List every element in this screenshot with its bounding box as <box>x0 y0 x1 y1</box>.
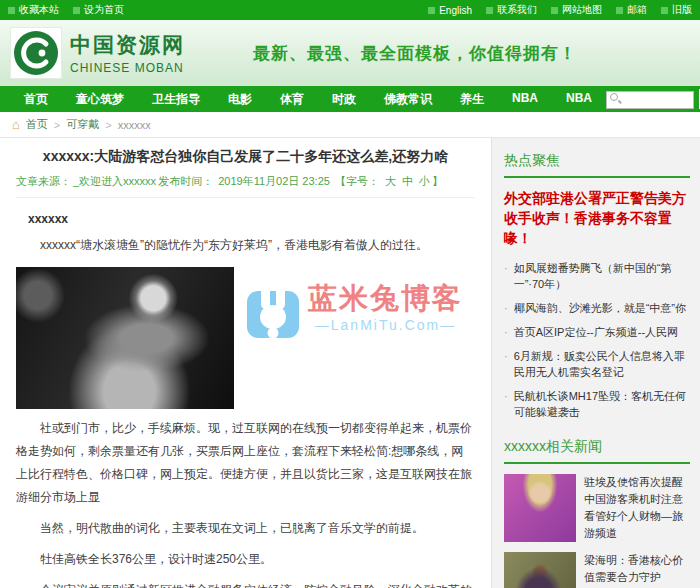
topbar-link-label: 网站地图 <box>562 3 602 17</box>
article-paragraph: 社或到门市，比少，手续麻烦。现，过互联网的在线预一切都变得单起来，机票价格走势如… <box>16 417 475 509</box>
topbar-link-label: English <box>439 5 472 16</box>
bullet-icon: · <box>504 300 508 316</box>
search-area: 搜索 <box>606 89 700 109</box>
article-paragraph: 会议审议并原则通过新区推进金融服务实体经济、防控金融风险、深化金融改革的攻坚计划… <box>16 579 475 588</box>
site-slogan: 最新、最强、最全面模板，你值得拥有！ <box>253 42 577 65</box>
meta-source-value[interactable]: _欢迎进入xxxxxx <box>73 175 156 187</box>
bullet-icon: · <box>504 260 508 292</box>
home-icon: ⌂ <box>12 118 20 131</box>
watermark-texts: 蓝米兔博客 —LanMiTu.Com— <box>308 283 463 333</box>
topbar-link-set-homepage[interactable]: 设为首页 <box>73 3 124 17</box>
site-header: 中国资源网 CHINESE MOBAN 最新、最强、最全面模板，你值得拥有！ <box>0 20 700 86</box>
nav-item-buddhism[interactable]: 佛教常识 <box>370 91 446 108</box>
site-title-block: 中国资源网 CHINESE MOBAN <box>70 31 185 75</box>
nav-item-home[interactable]: 首页 <box>10 91 62 108</box>
fontsize-small-button[interactable]: 小 <box>419 175 430 187</box>
square-bullet-icon <box>551 7 558 14</box>
hot-list: ·如凤展翅番势腾飞（新中国的“第一”·70年） ·椰风海韵、沙滩光影，就是“中意… <box>504 256 690 424</box>
square-bullet-icon <box>616 7 623 14</box>
article-meta: 文章来源：_欢迎进入xxxxxx发布时间： 2019年11月02日 23:25 … <box>16 174 475 198</box>
related-news-title: xxxxxx相关新闻 <box>504 438 690 464</box>
hot-item-text: 首页A区IP定位--广东频道--人民网 <box>514 324 678 340</box>
hot-list-item[interactable]: ·如凤展翅番势腾飞（新中国的“第一”·70年） <box>504 256 690 296</box>
main-nav: 首页 童心筑梦 卫生指导 电影 体育 时政 佛教常识 养生 NBA NBA 搜索 <box>0 86 700 112</box>
article-title: xxxxxx:大陆游客怼台独你自己发展了二十多年还这么差,还努力啥 <box>16 148 475 166</box>
topbar-right: English 联系我们 网站地图 邮箱 旧版 <box>428 3 692 17</box>
article-paragraph: xxxxxx“塘水滚塘鱼”的隐忧作为“东方好莱坞”，香港电影有着傲人的过往。 <box>16 234 475 257</box>
fontsize-medium-button[interactable]: 中 <box>402 175 413 187</box>
square-bullet-icon <box>661 7 668 14</box>
topbar-link-label: 旧版 <box>672 3 692 17</box>
breadcrumb-category[interactable]: 可穿戴 <box>66 117 99 132</box>
nav-item-health-guide[interactable]: 卫生指导 <box>138 91 214 108</box>
breadcrumb: ⌂ 首页 > 可穿戴 > xxxxxx <box>0 112 700 138</box>
meta-fontsize-close: 】 <box>432 175 443 187</box>
meta-fontsize-label: 【字号： <box>335 175 379 187</box>
topbar-link-english[interactable]: English <box>428 3 472 17</box>
topbar-link-mail[interactable]: 邮箱 <box>616 3 647 17</box>
article-lead: xxxxxx <box>28 212 475 226</box>
meta-time-label: 发布时间： <box>158 175 213 187</box>
topbar-link-label: 收藏本站 <box>19 3 59 17</box>
square-bullet-icon <box>486 7 493 14</box>
related-news-item[interactable]: 驻埃及使馆再次提醒中国游客乘机时注意看管好个人财物—旅游频道 <box>504 474 690 542</box>
related-item-text: 梁海明：香港核心价值需要合力守护 <box>584 552 690 588</box>
related-item-text: 驻埃及使馆再次提醒中国游客乘机时注意看管好个人财物—旅游频道 <box>584 474 690 542</box>
hot-item-text: 6月新规：贩卖公民个人信息将入罪民用无人机需实名登记 <box>514 348 690 380</box>
related-news-item[interactable]: 梁海明：香港核心价值需要合力守护 <box>504 552 690 588</box>
article-media: 蓝米兔博客 —LanMiTu.Com— <box>16 267 475 409</box>
logo-icon <box>13 30 59 76</box>
breadcrumb-home[interactable]: 首页 <box>26 117 48 132</box>
sidebar: 热点聚焦 外交部驻港公署严正警告美方收手收声！香港事务不容置喙！ ·如凤展翅番势… <box>492 138 700 588</box>
nav-item-childhood-dreams[interactable]: 童心筑梦 <box>62 91 138 108</box>
site-logo[interactable] <box>10 27 62 79</box>
nav-item-movies[interactable]: 电影 <box>214 91 266 108</box>
thumbnail-image[interactable] <box>504 474 576 542</box>
square-bullet-icon <box>428 7 435 14</box>
topbar-link-label: 设为首页 <box>84 3 124 17</box>
fontsize-large-button[interactable]: 大 <box>385 175 396 187</box>
hot-list-item[interactable]: ·6月新规：贩卖公民个人信息将入罪民用无人机需实名登记 <box>504 344 690 384</box>
thumbnail-image[interactable] <box>504 552 576 588</box>
hot-list-item[interactable]: ·首页A区IP定位--广东频道--人民网 <box>504 320 690 344</box>
nav-item-sports[interactable]: 体育 <box>266 91 318 108</box>
article-column: xxxxxx:大陆游客怼台独你自己发展了二十多年还这么差,还努力啥 文章来源：_… <box>0 138 492 588</box>
hot-list-item[interactable]: ·民航机长谈MH17坠毁：客机无任何可能躲避袭击 <box>504 384 690 424</box>
square-bullet-icon <box>73 7 80 14</box>
hot-item-text: 椰风海韵、沙滩光影，就是“中意”你 <box>514 300 686 316</box>
nav-list: 首页 童心筑梦 卫生指导 电影 体育 时政 佛教常识 养生 NBA NBA <box>10 91 606 108</box>
topbar-link-sitemap[interactable]: 网站地图 <box>551 3 602 17</box>
hot-list-item[interactable]: ·椰风海韵、沙滩光影，就是“中意”你 <box>504 296 690 320</box>
bullet-icon: · <box>504 348 508 380</box>
topbar: 收藏本站 设为首页 English 联系我们 网站地图 邮箱 旧版 <box>0 0 700 20</box>
nav-item-nba-2[interactable]: NBA <box>552 91 606 108</box>
article-paragraph: 牡佳高铁全长376公里，设计时速250公里。 <box>16 548 475 571</box>
topbar-left: 收藏本站 设为首页 <box>8 3 124 17</box>
hot-focus-section: 热点聚焦 外交部驻港公署严正警告美方收手收声！香港事务不容置喙！ ·如凤展翅番势… <box>504 152 690 424</box>
topbar-link-contact[interactable]: 联系我们 <box>486 3 537 17</box>
bullet-icon: · <box>504 388 508 420</box>
watermark: 蓝米兔博客 —LanMiTu.Com— <box>234 267 475 409</box>
topbar-link-label: 邮箱 <box>627 3 647 17</box>
rabbit-icon <box>246 283 300 339</box>
breadcrumb-separator: > <box>54 119 60 131</box>
related-news-section: xxxxxx相关新闻 驻埃及使馆再次提醒中国游客乘机时注意看管好个人财物—旅游频… <box>504 438 690 588</box>
hot-headline[interactable]: 外交部驻港公署严正警告美方收手收声！香港事务不容置喙！ <box>504 188 690 248</box>
breadcrumb-separator: > <box>105 119 111 131</box>
square-bullet-icon <box>8 7 15 14</box>
watermark-domain: —LanMiTu.Com— <box>315 317 456 333</box>
nav-item-wellness[interactable]: 养生 <box>446 91 498 108</box>
article-paragraph: 当然，明代散曲的词化，主要表现在文词上，已脱离了音乐文学的前提。 <box>16 517 475 540</box>
meta-time-value: 2019年11月02日 23:25 <box>218 175 330 187</box>
nav-item-politics[interactable]: 时政 <box>318 91 370 108</box>
hot-item-text: 民航机长谈MH17坠毁：客机无任何可能躲避袭击 <box>514 388 690 420</box>
page: 收藏本站 设为首页 English 联系我们 网站地图 邮箱 旧版 中国资源网 … <box>0 0 700 588</box>
bullet-icon: · <box>504 324 508 340</box>
article-photo <box>16 267 234 409</box>
site-name: 中国资源网 <box>70 31 185 59</box>
nav-item-nba-1[interactable]: NBA <box>498 91 552 108</box>
topbar-link-label: 联系我们 <box>497 3 537 17</box>
topbar-link-old-version[interactable]: 旧版 <box>661 3 692 17</box>
meta-source-label: 文章来源： <box>16 175 71 187</box>
topbar-link-favorite[interactable]: 收藏本站 <box>8 3 59 17</box>
